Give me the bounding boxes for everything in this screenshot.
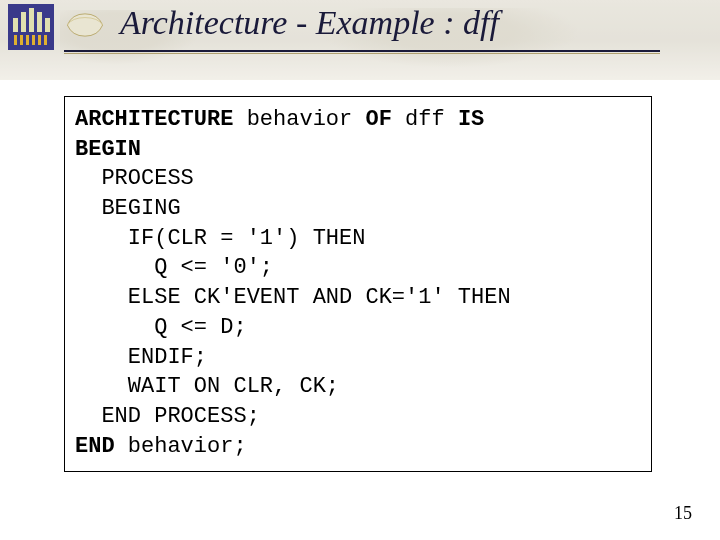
title-bullet-icon xyxy=(66,12,104,38)
code-text: ENDIF; xyxy=(75,345,207,370)
code-kw: ARCHITECTURE xyxy=(75,107,233,132)
code-block: ARCHITECTURE behavior OF dff IS BEGIN PR… xyxy=(64,96,652,472)
code-text: ELSE CK'EVENT AND CK='1' THEN xyxy=(75,285,511,310)
slide-logo xyxy=(8,4,54,50)
code-kw: BEGIN xyxy=(75,137,141,162)
code-kw: OF xyxy=(365,107,391,132)
code-text: Q <= '0'; xyxy=(75,255,273,280)
code-text: Q <= D; xyxy=(75,315,247,340)
code-kw: END xyxy=(75,434,115,459)
slide-title: Architecture - Example : dff xyxy=(120,4,499,42)
code-text: BEGING xyxy=(75,196,181,221)
code-text: END PROCESS; xyxy=(75,404,260,429)
code-text: IF(CLR = '1') THEN xyxy=(75,226,365,251)
code-text: PROCESS xyxy=(75,166,194,191)
logo-bars xyxy=(13,8,50,32)
code-text: WAIT ON CLR, CK; xyxy=(75,374,339,399)
logo-base xyxy=(14,35,48,45)
code-text: behavior; xyxy=(115,434,247,459)
page-number: 15 xyxy=(674,503,692,524)
code-text: dff xyxy=(392,107,458,132)
title-underline xyxy=(64,50,660,52)
code-kw: IS xyxy=(458,107,484,132)
code-text: behavior xyxy=(233,107,365,132)
